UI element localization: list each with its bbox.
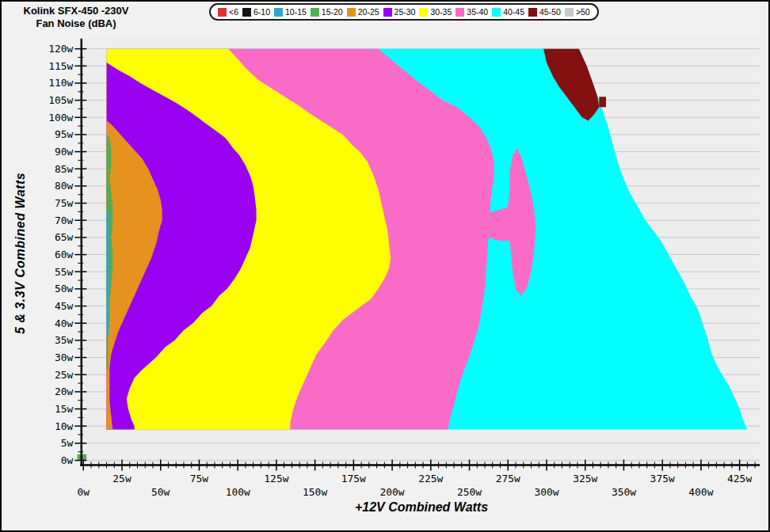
- x-tick-label-350w: 350w: [612, 486, 636, 498]
- x-tick-label-300w: 300w: [534, 486, 558, 498]
- x-tick-label-200w: 200w: [380, 486, 405, 498]
- y-tick-label-20w: 20w: [55, 386, 74, 397]
- y-tick-label-10w: 10w: [55, 420, 74, 432]
- x-tick-label-150w: 150w: [303, 486, 327, 498]
- legend: <66-1010-1515-2020-2525-3030-3535-4040-4…: [209, 3, 599, 21]
- legend-swatch-icon: [456, 8, 464, 17]
- legend-label: 6-10: [253, 7, 270, 17]
- legend-label: 15-20: [322, 7, 343, 17]
- chart-title-line2: Fan Noise (dBA): [5, 17, 147, 30]
- x-tick-label-275w: 275w: [496, 473, 520, 484]
- y-tick-label-5w: 5w: [61, 437, 74, 449]
- legend-item: 25-30: [383, 7, 416, 17]
- legend-item: 6-10: [242, 7, 270, 17]
- legend-swatch-icon: [419, 8, 428, 17]
- legend-label: >50: [576, 7, 590, 17]
- legend-item: >50: [565, 7, 590, 17]
- legend-swatch-icon: [311, 8, 319, 17]
- legend-label: 45-50: [539, 7, 561, 17]
- x-tick-label-175w: 175w: [341, 473, 366, 484]
- legend-item: 40-45: [492, 7, 524, 17]
- y-tick-label-30w: 30w: [55, 352, 74, 363]
- contour-chart-svg: 0w5w10w15w20w25w30w35w40w45w50w55w60w65w…: [2, 2, 768, 530]
- y-tick-label-0w: 0w: [61, 454, 74, 466]
- chart-title: Kolink SFX-450 -230V Fan Noise (dBA): [5, 5, 147, 30]
- legend-label: 40-45: [503, 7, 524, 17]
- y-tick-label-55w: 55w: [55, 266, 74, 278]
- y-tick-label-45w: 45w: [55, 300, 74, 312]
- legend-label: 25-30: [395, 7, 416, 17]
- y-tick-label-80w: 80w: [55, 180, 74, 192]
- region-darkred-cell: [599, 97, 606, 107]
- legend-label: 20-25: [358, 7, 379, 17]
- x-tick-label-400w: 400w: [688, 486, 713, 498]
- y-tick-label-95w: 95w: [55, 128, 74, 140]
- legend-label: <6: [229, 7, 238, 17]
- y-tick-label-105w: 105w: [48, 94, 73, 106]
- legend-swatch-icon: [383, 8, 392, 17]
- y-tick-label-115w: 115w: [48, 60, 73, 72]
- x-tick-label-50w: 50w: [151, 486, 170, 498]
- figure: 0w5w10w15w20w25w30w35w40w45w50w55w60w65w…: [0, 0, 770, 532]
- x-tick-label-25w: 25w: [112, 473, 132, 484]
- x-tick-label-325w: 325w: [573, 473, 597, 484]
- y-tick-label-25w: 25w: [55, 369, 74, 381]
- legend-swatch-icon: [218, 8, 227, 17]
- legend-swatch-icon: [347, 8, 356, 17]
- y-tick-label-85w: 85w: [55, 163, 74, 175]
- legend-swatch-icon: [565, 8, 574, 17]
- y-tick-label-65w: 65w: [55, 231, 74, 243]
- y-tick-label-110w: 110w: [48, 77, 73, 89]
- y-tick-label-70w: 70w: [55, 215, 74, 226]
- x-tick-label-75w: 75w: [190, 473, 209, 484]
- y-tick-label-15w: 15w: [55, 403, 74, 415]
- y-axis-label: 5 & 3.3V Combined Watts: [10, 39, 31, 467]
- y-tick-label-40w: 40w: [55, 317, 74, 329]
- legend-item: 15-20: [311, 7, 343, 17]
- y-tick-label-100w: 100w: [48, 112, 73, 124]
- legend-swatch-icon: [242, 8, 251, 17]
- legend-item: 10-15: [274, 7, 307, 17]
- y-tick-label-60w: 60w: [55, 249, 74, 260]
- legend-swatch-icon: [528, 8, 537, 17]
- legend-item: <6: [218, 7, 238, 17]
- y-tick-label-75w: 75w: [55, 197, 74, 209]
- x-tick-label-100w: 100w: [226, 486, 250, 498]
- chart-title-line1: Kolink SFX-450 -230V: [5, 5, 147, 17]
- legend-label: 35-40: [467, 7, 488, 17]
- legend-swatch-icon: [274, 8, 283, 17]
- region-teal-strip: [107, 210, 109, 336]
- legend-swatch-icon: [492, 8, 501, 17]
- x-tick-label-250w: 250w: [457, 486, 482, 498]
- y-tick-label-50w: 50w: [55, 283, 74, 294]
- x-tick-label-0w: 0w: [78, 486, 90, 498]
- legend-item: 45-50: [528, 7, 561, 17]
- y-tick-label-90w: 90w: [55, 146, 74, 158]
- y-tick-label-120w: 120w: [48, 43, 73, 55]
- x-tick-label-425w: 425w: [727, 473, 752, 484]
- legend-item: 30-35: [419, 7, 452, 17]
- x-tick-label-375w: 375w: [650, 473, 675, 484]
- x-tick-label-225w: 225w: [418, 473, 443, 484]
- legend-label: 10-15: [285, 7, 307, 17]
- y-tick-label-35w: 35w: [55, 334, 74, 346]
- x-axis-label: +12V Combined Watts: [263, 500, 580, 515]
- legend-item: 20-25: [347, 7, 379, 17]
- legend-label: 30-35: [430, 7, 452, 17]
- legend-item: 35-40: [456, 7, 488, 17]
- x-tick-label-125w: 125w: [264, 473, 288, 484]
